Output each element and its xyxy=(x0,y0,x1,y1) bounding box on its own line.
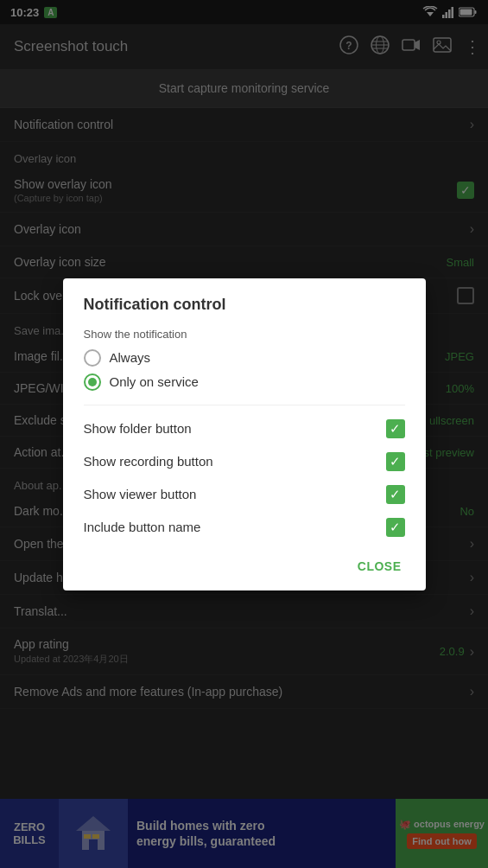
dialog-section-label: Show the notification xyxy=(84,328,405,341)
dialog-actions: CLOSE xyxy=(84,552,405,580)
radio-only-on-service-outer[interactable] xyxy=(84,373,101,391)
viewer-button-row[interactable]: Show viewer button ✓ xyxy=(84,478,405,511)
folder-button-label: Show folder button xyxy=(84,421,192,436)
include-name-label: Include button name xyxy=(84,520,201,534)
folder-button-row[interactable]: Show folder button ✓ xyxy=(84,412,405,445)
viewer-button-label: Show viewer button xyxy=(84,487,197,501)
viewer-button-checkbox[interactable]: ✓ xyxy=(386,485,405,504)
dialog-title: Notification control xyxy=(84,296,405,314)
dialog-overlay: Notification control Show the notificati… xyxy=(0,0,488,868)
radio-only-on-service-inner xyxy=(88,378,97,386)
include-name-checkbox[interactable]: ✓ xyxy=(386,518,405,537)
recording-button-checkbox[interactable]: ✓ xyxy=(386,452,405,471)
dialog-divider xyxy=(84,405,405,405)
radio-group: Always Only on service xyxy=(84,349,405,391)
radio-only-on-service[interactable]: Only on service xyxy=(84,373,405,391)
close-button[interactable]: CLOSE xyxy=(354,552,405,580)
recording-button-row[interactable]: Show recording button ✓ xyxy=(84,445,405,478)
radio-always[interactable]: Always xyxy=(84,349,405,367)
radio-always-outer[interactable] xyxy=(84,349,101,367)
notification-control-dialog: Notification control Show the notificati… xyxy=(63,278,426,590)
recording-button-label: Show recording button xyxy=(84,454,213,469)
folder-button-checkbox[interactable]: ✓ xyxy=(386,419,405,438)
radio-always-label: Always xyxy=(110,350,151,365)
include-name-row[interactable]: Include button name ✓ xyxy=(84,511,405,544)
radio-only-on-service-label: Only on service xyxy=(110,374,199,389)
